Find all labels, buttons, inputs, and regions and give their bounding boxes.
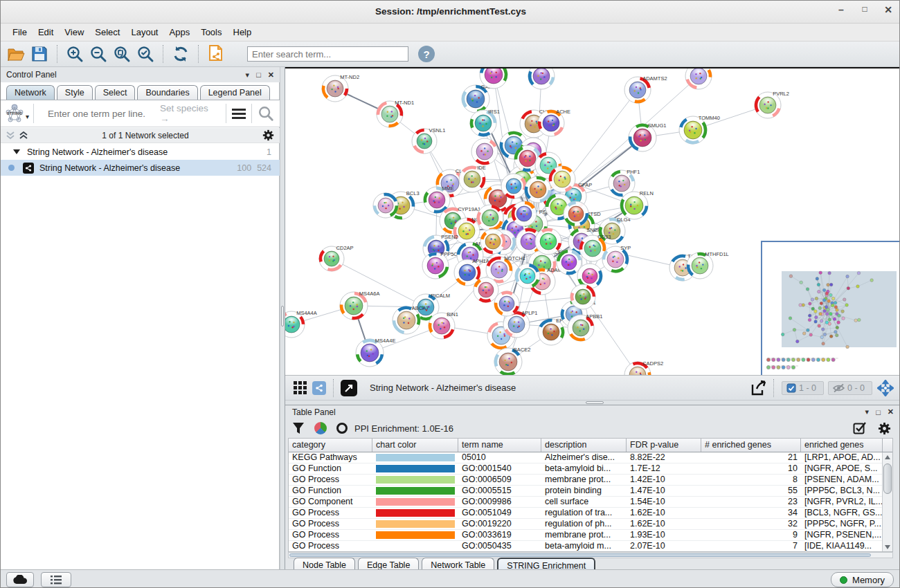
automation-panel-button[interactable] (6, 572, 34, 587)
tab-network[interactable]: Network (6, 85, 55, 100)
column-header--enriched-genes[interactable]: # enriched genes (701, 439, 801, 452)
grid-view-icon[interactable] (294, 381, 307, 394)
collapse-all-icon[interactable] (6, 131, 15, 140)
table-row[interactable]: GO ProcessGO:0051049regulation of tra...… (289, 508, 892, 519)
menu-file[interactable]: File (8, 25, 32, 39)
string-view-icon[interactable] (312, 381, 326, 395)
close-button[interactable]: ✕ (881, 4, 895, 15)
minimize-button[interactable]: – (834, 4, 848, 15)
search-input[interactable] (247, 46, 408, 62)
table-cell: 1.42E-10 (627, 475, 701, 485)
filter-icon[interactable] (292, 422, 305, 434)
menu-edit[interactable]: Edit (33, 25, 58, 39)
panel-float-icon[interactable]: □ (876, 408, 881, 416)
column-header-chart-color[interactable]: chart color (372, 439, 458, 452)
zoom-fit-icon[interactable] (112, 44, 132, 64)
table-cell: 7 (701, 541, 801, 551)
scrollbar-thumb[interactable] (289, 553, 871, 557)
panel-menu-icon[interactable]: ▾ (865, 407, 870, 416)
zoom-in-icon[interactable] (65, 44, 84, 64)
expand-triangle-icon[interactable] (13, 149, 20, 154)
table-cell: 1.93E-10 (627, 530, 701, 540)
table-cell: GO Function (289, 486, 372, 496)
vertical-scrollbar[interactable] (882, 452, 892, 552)
scroll-down-icon[interactable] (883, 542, 892, 552)
column-header-term-name[interactable]: term name (458, 439, 541, 452)
menu-layout[interactable]: Layout (126, 25, 163, 39)
column-header-category[interactable]: category (289, 439, 372, 452)
horizontal-splitter[interactable] (285, 400, 900, 405)
hidden-eye-icon[interactable] (833, 383, 845, 393)
table-cell: KEGG Pathways (289, 452, 372, 463)
menu-help[interactable]: Help (228, 25, 257, 39)
refresh-icon[interactable] (171, 44, 190, 64)
save-session-icon[interactable] (30, 44, 49, 64)
network-row[interactable]: String Network - Alzheimer's disease 100… (1, 160, 280, 176)
string-terms-input[interactable] (46, 108, 150, 120)
string-search-icon[interactable] (258, 105, 274, 122)
panel-menu-icon[interactable]: ▾ (246, 71, 250, 80)
help-icon[interactable]: ? (418, 46, 435, 62)
table-row[interactable]: GO ProcessGO:0033619membrane prot...1.93… (289, 530, 892, 541)
table-cell: GO:0006509 (458, 475, 541, 485)
open-file-icon[interactable] (6, 44, 26, 64)
set-species-hint[interactable]: Set species → (160, 103, 220, 124)
zoom-selected-icon[interactable] (136, 44, 155, 64)
table-row[interactable]: GO FunctionGO:0001540beta-amyloid bi...1… (289, 463, 892, 475)
table-settings-gear-icon[interactable] (878, 422, 891, 435)
panel-float-icon[interactable]: □ (256, 71, 261, 79)
export-network-icon[interactable] (750, 379, 768, 397)
table-cell: [BCL3, NGFR, GS... (801, 508, 883, 518)
expand-all-icon[interactable] (19, 131, 28, 140)
column-header-fdr-p-value[interactable]: FDR p-value (627, 439, 701, 452)
menu-view[interactable]: View (60, 25, 89, 39)
splitter-handle[interactable] (281, 306, 284, 327)
tab-select[interactable]: Select (95, 85, 136, 100)
zoom-out-icon[interactable] (89, 44, 108, 64)
panel-close-icon[interactable]: ✕ (888, 407, 894, 416)
panel-close-icon[interactable]: ✕ (268, 71, 274, 80)
birds-eye-toggle-icon[interactable] (877, 380, 894, 396)
memory-button[interactable]: Memory (831, 572, 894, 587)
splitter-handle[interactable] (586, 401, 604, 404)
table-row[interactable]: GO ProcessGO:0019220regulation of ph...1… (289, 519, 892, 530)
scroll-up-icon[interactable] (883, 452, 892, 462)
scrollbar-thumb[interactable] (883, 463, 892, 494)
collection-row[interactable]: String Network - Alzheimer's disease 1 (1, 144, 280, 160)
tab-boundaries[interactable]: Boundaries (137, 85, 197, 100)
svg-text:APLP1: APLP1 (521, 310, 537, 316)
string-logo-icon[interactable]: STRING (4, 103, 25, 124)
table-row[interactable]: GO ComponentGO:0009986cell surface1.54E-… (289, 497, 892, 508)
network-options-gear-icon[interactable] (262, 129, 274, 141)
enrichment-chart-icon[interactable] (314, 422, 327, 434)
tab-legend-panel[interactable]: Legend Panel (200, 85, 270, 100)
selected-checkbox-icon[interactable] (786, 383, 796, 393)
select-rows-icon[interactable] (853, 421, 867, 435)
menu-apps[interactable]: Apps (165, 25, 195, 39)
network-from-file-icon[interactable] (206, 44, 226, 64)
network-canvas[interactable]: MT-ND2MT-ND1VSNL1GAB2ADAMTS2PVRL2TOMM40S… (285, 67, 900, 375)
string-network-icon (23, 163, 34, 174)
menu-select[interactable]: Select (90, 25, 125, 39)
table-row[interactable]: GO FunctionGO:0005515protein binding1.47… (289, 486, 892, 497)
table-row[interactable]: KEGG Pathways05010Alzheimer's dise...8.8… (289, 452, 892, 463)
menu-tools[interactable]: Tools (196, 25, 226, 39)
column-header-description[interactable]: description (541, 439, 627, 452)
birds-eye-view[interactable] (761, 241, 900, 375)
vertical-splitter[interactable] (280, 67, 285, 569)
task-history-button[interactable] (41, 572, 71, 587)
column-header-enriched-genes[interactable]: enriched genes (801, 439, 883, 452)
svg-text:IRS1: IRS1 (488, 109, 500, 115)
svg-text:MTHFD1L: MTHFD1L (705, 251, 729, 257)
table-cell: GO:0001540 (458, 463, 541, 474)
table-row[interactable]: GO ProcessGO:0050435beta-amyloid m...2.0… (289, 541, 892, 552)
tab-style[interactable]: Style (57, 85, 93, 100)
network-view-title: String Network - Alzheimer's disease (370, 383, 750, 393)
table-row[interactable]: GO ProcessGO:0006509membrane prot...1.42… (289, 475, 892, 486)
maximize-button[interactable]: □ (858, 4, 872, 15)
menu-icon[interactable] (232, 108, 246, 119)
detach-view-icon[interactable] (341, 380, 357, 396)
ring-chart-icon[interactable] (336, 423, 348, 434)
table-cell: GO Process (289, 519, 372, 529)
chevron-down-icon[interactable]: ▾ (26, 113, 29, 120)
